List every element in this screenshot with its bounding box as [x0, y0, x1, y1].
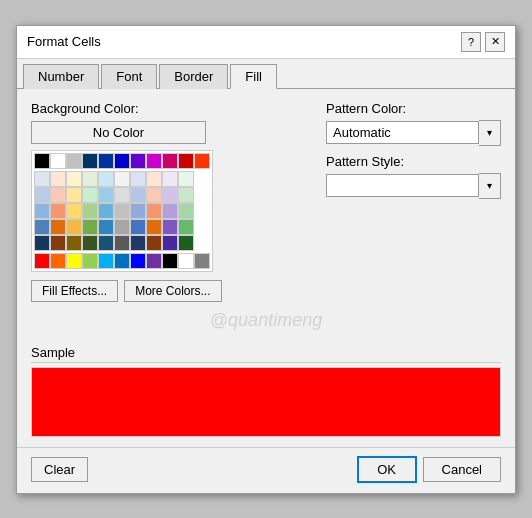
color-cell[interactable]	[162, 219, 178, 235]
color-cell[interactable]	[50, 153, 66, 169]
color-cell[interactable]	[130, 203, 146, 219]
color-cell[interactable]	[98, 253, 114, 269]
color-cell[interactable]	[162, 187, 178, 203]
color-cell[interactable]	[130, 253, 146, 269]
color-cell[interactable]	[34, 171, 50, 187]
color-cell[interactable]	[178, 203, 194, 219]
tab-font[interactable]: Font	[101, 64, 157, 89]
color-cell[interactable]	[114, 253, 130, 269]
color-cell[interactable]	[66, 235, 82, 251]
color-cell[interactable]	[162, 171, 178, 187]
color-cell[interactable]	[114, 203, 130, 219]
color-cell[interactable]	[50, 235, 66, 251]
color-cell[interactable]	[146, 153, 162, 169]
color-cell[interactable]	[114, 219, 130, 235]
close-button[interactable]: ✕	[485, 32, 505, 52]
color-cell[interactable]	[34, 203, 50, 219]
right-column: Pattern Color: Automatic ▾ Pattern Style…	[326, 101, 501, 302]
color-cell[interactable]	[114, 235, 130, 251]
color-cell[interactable]	[146, 235, 162, 251]
color-cell[interactable]	[34, 235, 50, 251]
background-color-label: Background Color:	[31, 101, 306, 116]
pattern-color-label: Pattern Color:	[326, 101, 501, 116]
color-cell[interactable]	[194, 253, 210, 269]
color-cell[interactable]	[114, 171, 130, 187]
color-cell[interactable]	[178, 187, 194, 203]
color-cell[interactable]	[114, 153, 130, 169]
color-cell[interactable]	[162, 153, 178, 169]
sample-section: Sample	[31, 345, 501, 437]
color-cell[interactable]	[82, 187, 98, 203]
color-cell[interactable]	[82, 203, 98, 219]
color-cell[interactable]	[114, 187, 130, 203]
color-cell[interactable]	[98, 235, 114, 251]
color-cell[interactable]	[50, 187, 66, 203]
title-bar-buttons: ? ✕	[461, 32, 505, 52]
color-cell[interactable]	[130, 235, 146, 251]
color-cell[interactable]	[98, 153, 114, 169]
pattern-style-field[interactable]	[326, 174, 479, 197]
title-bar: Format Cells ? ✕	[17, 26, 515, 59]
color-cell[interactable]	[66, 203, 82, 219]
color-cell[interactable]	[34, 253, 50, 269]
no-color-button[interactable]: No Color	[31, 121, 206, 144]
tab-fill[interactable]: Fill	[230, 64, 277, 89]
color-cell[interactable]	[66, 253, 82, 269]
color-cell[interactable]	[146, 203, 162, 219]
color-cell[interactable]	[178, 235, 194, 251]
color-cell[interactable]	[66, 153, 82, 169]
color-cell[interactable]	[162, 235, 178, 251]
color-cell[interactable]	[34, 153, 50, 169]
cancel-button[interactable]: Cancel	[423, 457, 501, 482]
color-cell[interactable]	[130, 219, 146, 235]
color-cell[interactable]	[146, 253, 162, 269]
dialog-body: Background Color: No Color Fill Effects.…	[17, 89, 515, 447]
pattern-style-arrow[interactable]: ▾	[479, 173, 501, 199]
color-cell[interactable]	[178, 219, 194, 235]
fill-effects-button[interactable]: Fill Effects...	[31, 280, 118, 302]
color-cell[interactable]	[50, 253, 66, 269]
color-cell[interactable]	[66, 187, 82, 203]
color-cell[interactable]	[50, 171, 66, 187]
color-cell[interactable]	[146, 187, 162, 203]
color-cell[interactable]	[130, 171, 146, 187]
tab-border[interactable]: Border	[159, 64, 228, 89]
color-cell[interactable]	[34, 219, 50, 235]
color-cell[interactable]	[82, 235, 98, 251]
color-cell[interactable]	[82, 253, 98, 269]
color-cell[interactable]	[34, 187, 50, 203]
color-cell[interactable]	[146, 171, 162, 187]
sample-label: Sample	[31, 345, 501, 363]
pattern-color-arrow[interactable]: ▾	[479, 120, 501, 146]
clear-button[interactable]: Clear	[31, 457, 88, 482]
color-cell[interactable]	[162, 203, 178, 219]
pattern-color-field[interactable]: Automatic	[326, 121, 479, 144]
color-cell[interactable]	[178, 253, 194, 269]
color-cell[interactable]	[82, 219, 98, 235]
color-cell[interactable]	[50, 219, 66, 235]
format-cells-dialog: Format Cells ? ✕ Number Font Border Fill…	[16, 25, 516, 494]
color-cell[interactable]	[162, 253, 178, 269]
color-cell[interactable]	[98, 203, 114, 219]
more-colors-button[interactable]: More Colors...	[124, 280, 221, 302]
color-cell[interactable]	[178, 171, 194, 187]
color-cell[interactable]	[98, 171, 114, 187]
color-cell[interactable]	[98, 187, 114, 203]
dialog-title: Format Cells	[27, 34, 101, 49]
color-cell[interactable]	[130, 187, 146, 203]
color-cell[interactable]	[130, 153, 146, 169]
color-cell[interactable]	[66, 219, 82, 235]
color-cell[interactable]	[82, 153, 98, 169]
color-cell[interactable]	[146, 219, 162, 235]
ok-button[interactable]: OK	[357, 456, 417, 483]
color-cell[interactable]	[66, 171, 82, 187]
color-cell[interactable]	[82, 171, 98, 187]
help-button[interactable]: ?	[461, 32, 481, 52]
sample-box	[31, 367, 501, 437]
color-cell[interactable]	[194, 153, 210, 169]
tab-number[interactable]: Number	[23, 64, 99, 89]
main-content: Background Color: No Color Fill Effects.…	[31, 101, 501, 302]
color-cell[interactable]	[178, 153, 194, 169]
color-cell[interactable]	[50, 203, 66, 219]
color-cell[interactable]	[98, 219, 114, 235]
